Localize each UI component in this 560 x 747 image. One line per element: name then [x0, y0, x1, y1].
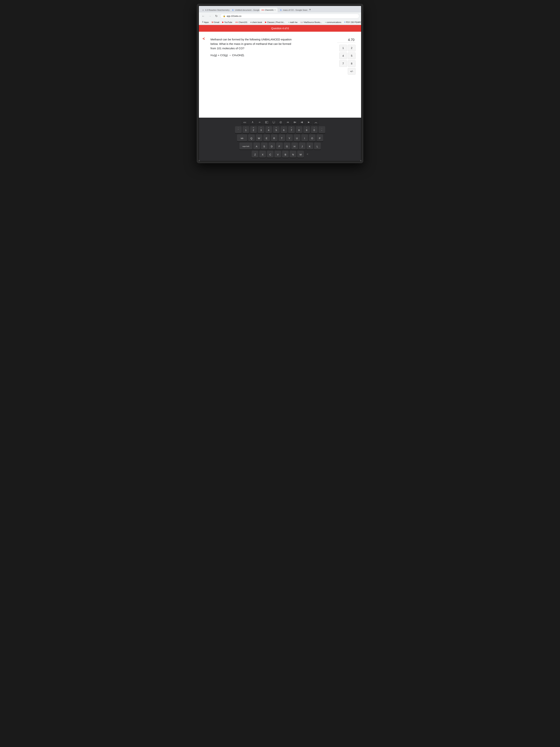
- key-6[interactable]: ^ 6: [281, 126, 287, 133]
- bookmark-classes[interactable]: ▶ Classes | Pivot Int...: [264, 20, 286, 24]
- key-c[interactable]: C: [267, 151, 273, 158]
- key-backtick[interactable]: ~ `: [235, 126, 242, 133]
- tab-key[interactable]: tab: [237, 134, 247, 141]
- key-k[interactable]: K: [306, 143, 313, 150]
- f1-key[interactable]: [249, 120, 256, 125]
- gmail-icon: M: [212, 21, 213, 23]
- tab-icon-stoichiometry: ≡: [202, 9, 205, 11]
- tab-icon-google: G: [279, 9, 282, 11]
- caps-lock-key[interactable]: caps lock: [239, 143, 252, 150]
- key-8[interactable]: * 8: [296, 126, 302, 133]
- bookmark-chem101[interactable]: 101 Chem101: [234, 21, 249, 24]
- calc-btn-7[interactable]: 7: [339, 60, 347, 67]
- vitalsource-icon: 📖: [300, 21, 303, 23]
- key-p[interactable]: P: [317, 134, 323, 141]
- key-r[interactable]: R: [271, 134, 277, 141]
- key-t[interactable]: T: [278, 134, 285, 141]
- bookmark-psy230[interactable]: P PSY 230 PEARCE...: [343, 21, 361, 24]
- equation-text: H₂(g) + CO(g) → CH₃OH(l).: [211, 54, 330, 57]
- f8-key[interactable]: [299, 120, 305, 125]
- key-w[interactable]: W: [256, 134, 262, 141]
- esc-key[interactable]: esc: [241, 120, 249, 125]
- key-a[interactable]: A: [254, 143, 260, 150]
- key-v[interactable]: V: [274, 151, 281, 158]
- back-button[interactable]: ←: [201, 14, 206, 19]
- f10-key[interactable]: [313, 120, 319, 125]
- keyboard-section: esc: [199, 118, 361, 161]
- key-e[interactable]: E: [263, 134, 270, 141]
- bookmark-label-communications: communications: [327, 21, 341, 23]
- bookmark-youtube[interactable]: ▶ YouTube: [221, 20, 234, 24]
- question-line1: Methanol can be formed by the following …: [211, 37, 330, 51]
- address-bar[interactable]: 🔒 app.101edu.co: [220, 14, 359, 19]
- f6-key[interactable]: [285, 120, 291, 125]
- key-5[interactable]: % 5: [273, 126, 279, 133]
- f9-key[interactable]: [306, 120, 312, 125]
- f2-key[interactable]: [257, 120, 263, 125]
- calc-btn-2[interactable]: 2: [348, 45, 355, 51]
- bookmark-label-youtube: YouTube: [224, 21, 232, 23]
- key-i[interactable]: I: [301, 134, 308, 141]
- key-minus[interactable]: _ -: [319, 126, 325, 133]
- calc-row-4: +/-: [337, 68, 355, 75]
- key-y[interactable]: Y: [286, 134, 293, 141]
- bookmark-gmail[interactable]: M Gmail: [210, 21, 220, 24]
- calc-display: 4.70: [337, 37, 355, 43]
- tab-chem101[interactable]: 101 Chem101 ×: [260, 7, 277, 12]
- bookmark-vitalsource[interactable]: 📖 VitalSource Books...: [299, 20, 323, 24]
- tab-close-chem101[interactable]: ×: [274, 9, 276, 11]
- calc-btn-8[interactable]: 8: [348, 60, 355, 67]
- key-b[interactable]: B: [282, 151, 289, 158]
- bookmark-apps[interactable]: ⠿ Apps: [201, 20, 210, 24]
- screen: ≡ 4.3 Reaction Stoichiometry - C... × E …: [198, 5, 362, 161]
- key-9[interactable]: ( 9: [303, 126, 310, 133]
- f3-key[interactable]: [264, 120, 270, 125]
- key-3[interactable]: # 3: [258, 126, 264, 133]
- f7-key[interactable]: [292, 120, 298, 125]
- key-g[interactable]: G: [284, 143, 290, 150]
- key-4[interactable]: $ 4: [265, 126, 272, 133]
- key-m[interactable]: M: [297, 151, 304, 158]
- key-7[interactable]: & 7: [288, 126, 295, 133]
- key-2[interactable]: @ 2: [250, 126, 257, 133]
- calc-btn-plusminus[interactable]: +/-: [348, 68, 355, 75]
- calc-btn-4[interactable]: 4: [339, 52, 347, 59]
- back-arrow-button[interactable]: <: [203, 36, 205, 77]
- key-x[interactable]: X: [259, 151, 266, 158]
- key-q[interactable]: Q: [248, 134, 255, 141]
- key-o[interactable]: O: [309, 134, 316, 141]
- bookmark-chembook[interactable]: ≡ chem book: [249, 21, 263, 24]
- key-d[interactable]: D: [268, 143, 275, 150]
- question-progress: Question 4 of 6: [271, 27, 289, 30]
- bookmark-label-gmail: Gmail: [214, 21, 219, 23]
- forward-button[interactable]: →: [207, 14, 213, 19]
- question-header: Question 4 of 6: [199, 25, 361, 32]
- key-n[interactable]: N: [290, 151, 296, 158]
- calc-btn-5[interactable]: 5: [348, 52, 355, 59]
- bookmark-communications[interactable]: + communications: [323, 21, 343, 24]
- new-tab-button[interactable]: +: [308, 7, 313, 12]
- communications-icon: +: [325, 21, 326, 23]
- key-f[interactable]: F: [276, 143, 283, 150]
- key-j[interactable]: J: [299, 143, 305, 150]
- key-z[interactable]: Z: [252, 151, 258, 158]
- svg-marker-15: [295, 122, 296, 123]
- tab-gdoc[interactable]: E Untitled document - Google D... ×: [230, 7, 260, 12]
- f5-key[interactable]: [277, 120, 284, 125]
- bookmark-label-mathhw: math hw: [290, 21, 298, 23]
- calc-btn-1[interactable]: 1: [339, 45, 347, 51]
- key-u[interactable]: U: [294, 134, 300, 141]
- key-0[interactable]: ) 0: [311, 126, 318, 133]
- main-content: Question 4 of 6 < Methanol can be formed…: [199, 25, 361, 118]
- tab-stoichiometry[interactable]: ≡ 4.3 Reaction Stoichiometry - C... ×: [200, 7, 230, 12]
- reload-button[interactable]: ↻: [214, 14, 219, 19]
- tab-label-stoichiometry: 4.3 Reaction Stoichiometry - C...: [205, 9, 230, 11]
- key-l[interactable]: L: [314, 143, 321, 150]
- calc-row-3: 7 8: [337, 60, 355, 67]
- tab-google[interactable]: G mass of CO - Google Search ×: [278, 7, 308, 12]
- f4-key[interactable]: [271, 120, 277, 125]
- key-h[interactable]: H: [291, 143, 298, 150]
- bookmark-mathhw[interactable]: + math hw: [287, 21, 299, 24]
- key-1[interactable]: ! 1: [243, 126, 249, 133]
- key-s[interactable]: S: [261, 143, 268, 150]
